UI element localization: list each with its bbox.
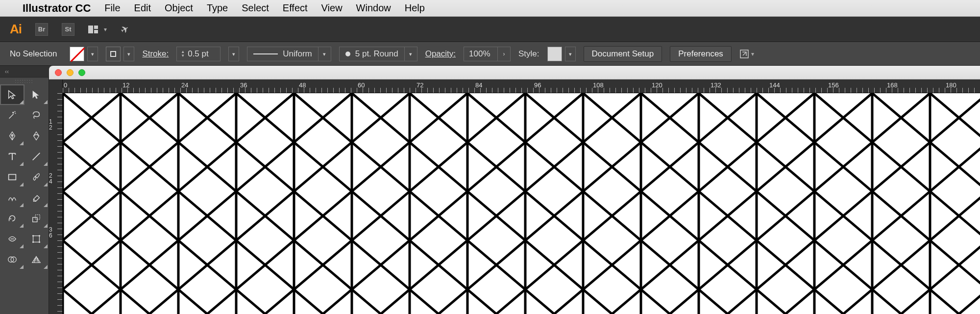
stroke-label[interactable]: Stroke: bbox=[142, 49, 169, 59]
style-dropdown[interactable]: ▾ bbox=[565, 47, 576, 61]
chevron-down-icon: ▾ bbox=[104, 26, 107, 33]
fill-control[interactable]: ▾ bbox=[70, 47, 98, 61]
stroke-weight-input[interactable]: ▲▼ 0.5 pt bbox=[176, 47, 220, 61]
fill-swatch-none-icon bbox=[70, 47, 84, 61]
graphic-style-control[interactable]: ▾ bbox=[547, 47, 576, 61]
menu-help[interactable]: Help bbox=[405, 2, 425, 14]
rocket-icon[interactable]: ✈ bbox=[118, 22, 131, 36]
align-to-selector[interactable]: ▾ bbox=[739, 49, 754, 59]
stroke-weight-value: 0.5 pt bbox=[188, 49, 209, 59]
selection-status: No Selection bbox=[10, 49, 57, 59]
bridge-shortcut[interactable]: Br bbox=[35, 23, 48, 36]
profile-line-icon bbox=[253, 53, 278, 54]
brush-definition[interactable]: 5 pt. Round ▾ bbox=[339, 47, 417, 61]
profile-label: Uniform bbox=[283, 49, 312, 59]
align-artboard-icon bbox=[739, 49, 749, 59]
document-setup-button[interactable]: Document Setup bbox=[584, 46, 662, 62]
stroke-swatch-icon bbox=[106, 47, 121, 61]
opacity-value[interactable]: 100% bbox=[464, 47, 498, 61]
menu-effect[interactable]: Effect bbox=[283, 2, 308, 14]
spinner-icon[interactable]: ▲▼ bbox=[181, 50, 185, 58]
opacity-control[interactable]: 100% › bbox=[464, 47, 511, 61]
stroke-color-control[interactable]: ▾ bbox=[106, 47, 134, 61]
style-swatch-icon bbox=[547, 47, 562, 61]
opacity-label[interactable]: Opacity: bbox=[425, 49, 456, 59]
stroke-weight-dropdown[interactable]: ▾ bbox=[228, 47, 239, 61]
stock-shortcut[interactable]: St bbox=[62, 23, 74, 36]
app-title[interactable]: Illustrator CC bbox=[23, 2, 91, 15]
app-header-toolbar: Ai Br St ▾ ✈ bbox=[0, 17, 980, 42]
fill-dropdown[interactable]: ▾ bbox=[87, 47, 98, 61]
layout-icon bbox=[88, 26, 99, 33]
variable-width-profile[interactable]: Uniform ▾ bbox=[247, 47, 331, 61]
stroke-color-dropdown[interactable]: ▾ bbox=[123, 47, 134, 61]
menu-file[interactable]: File bbox=[104, 2, 120, 14]
menu-type[interactable]: Type bbox=[207, 2, 228, 14]
menu-object[interactable]: Object bbox=[165, 2, 193, 14]
chevron-down-icon: ▾ bbox=[404, 47, 417, 61]
chevron-right-icon[interactable]: › bbox=[498, 47, 511, 61]
chevron-down-icon: ▾ bbox=[318, 47, 331, 61]
style-label: Style: bbox=[518, 49, 539, 59]
menu-view[interactable]: View bbox=[321, 2, 343, 14]
chevron-down-icon: ▾ bbox=[751, 51, 754, 57]
brush-dot-icon bbox=[345, 52, 350, 56]
workspace-layout-switcher[interactable]: ▾ bbox=[88, 26, 107, 33]
control-bar: No Selection ▾ ▾ Stroke: ▲▼ 0.5 pt ▾ Uni… bbox=[0, 42, 980, 66]
brush-label: 5 pt. Round bbox=[355, 49, 398, 59]
menu-window[interactable]: Window bbox=[356, 2, 391, 14]
preferences-button[interactable]: Preferences bbox=[670, 46, 732, 62]
illustrator-logo-icon[interactable]: Ai bbox=[10, 22, 22, 37]
menu-edit[interactable]: Edit bbox=[134, 2, 151, 14]
menu-select[interactable]: Select bbox=[242, 2, 269, 14]
macos-menu-bar: Illustrator CC File Edit Object Type Sel… bbox=[0, 0, 980, 17]
